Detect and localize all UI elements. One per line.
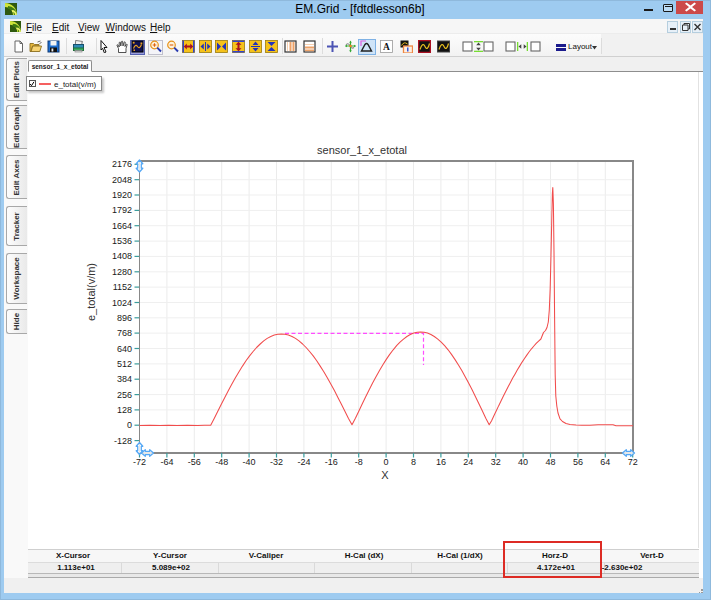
svg-text:-24: -24 xyxy=(297,457,310,467)
svg-text:56: 56 xyxy=(573,457,583,467)
svg-text:384: 384 xyxy=(117,374,132,384)
svg-text:sensor_1_x_etotal: sensor_1_x_etotal xyxy=(317,144,407,156)
svg-text:512: 512 xyxy=(117,359,132,369)
svg-text:2176: 2176 xyxy=(112,159,132,169)
svg-text:2048: 2048 xyxy=(112,175,132,185)
svg-text:1408: 1408 xyxy=(112,251,132,261)
svg-text:24: 24 xyxy=(463,457,473,467)
svg-text:640: 640 xyxy=(117,344,132,354)
svg-text:1920: 1920 xyxy=(112,190,132,200)
svg-text:32: 32 xyxy=(491,457,501,467)
svg-text:72: 72 xyxy=(628,457,638,467)
svg-text:256: 256 xyxy=(117,390,132,400)
svg-text:1152: 1152 xyxy=(113,282,132,292)
svg-text:1792: 1792 xyxy=(112,205,132,215)
svg-text:8: 8 xyxy=(411,457,416,467)
svg-text:X: X xyxy=(381,469,389,481)
svg-text:48: 48 xyxy=(545,457,555,467)
svg-text:-128: -128 xyxy=(114,436,132,446)
svg-text:1664: 1664 xyxy=(112,221,132,231)
svg-text:-8: -8 xyxy=(355,457,363,467)
svg-text:1024: 1024 xyxy=(112,298,132,308)
svg-text:-56: -56 xyxy=(188,457,201,467)
svg-text:896: 896 xyxy=(117,313,132,323)
svg-text:e_total(v/m): e_total(v/m) xyxy=(85,263,97,321)
svg-text:-64: -64 xyxy=(160,457,173,467)
svg-text:-40: -40 xyxy=(243,457,256,467)
svg-text:16: 16 xyxy=(436,457,446,467)
svg-text:40: 40 xyxy=(518,457,528,467)
svg-text:64: 64 xyxy=(600,457,610,467)
svg-text:-48: -48 xyxy=(215,457,228,467)
svg-text:-32: -32 xyxy=(270,457,283,467)
svg-text:1536: 1536 xyxy=(112,236,132,246)
svg-text:0: 0 xyxy=(127,420,132,430)
svg-text:-16: -16 xyxy=(325,457,338,467)
svg-text:1280: 1280 xyxy=(112,267,132,277)
svg-text:-72: -72 xyxy=(133,457,146,467)
svg-text:768: 768 xyxy=(117,328,132,338)
svg-text:0: 0 xyxy=(384,457,389,467)
svg-text:128: 128 xyxy=(117,405,132,415)
